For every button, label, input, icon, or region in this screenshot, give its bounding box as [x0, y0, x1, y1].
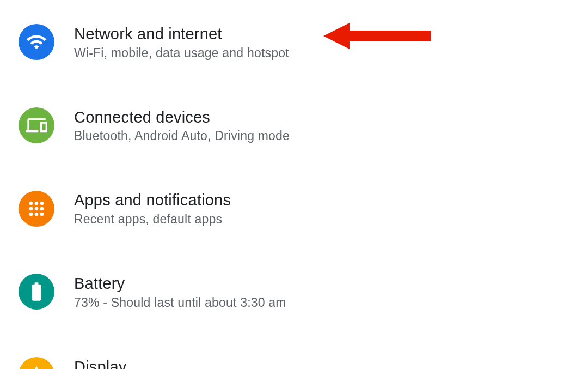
svg-point-2 — [40, 201, 44, 205]
settings-list: Network and internet Wi-Fi, mobile, data… — [0, 0, 588, 369]
svg-point-0 — [29, 201, 33, 205]
settings-item-apps[interactable]: Apps and notifications Recent apps, defa… — [19, 183, 588, 234]
settings-item-display[interactable]: Display Styles, wallpapers, screen timeo… — [19, 349, 588, 369]
item-text: Apps and notifications Recent apps, defa… — [74, 190, 231, 227]
item-subtitle: 73% - Should last until about 3:30 am — [74, 295, 286, 310]
svg-point-3 — [29, 207, 33, 210]
settings-item-network[interactable]: Network and internet Wi-Fi, mobile, data… — [19, 16, 588, 68]
item-text: Network and internet Wi-Fi, mobile, data… — [74, 24, 289, 61]
apps-icon — [19, 191, 54, 227]
svg-point-8 — [40, 212, 44, 216]
item-subtitle: Bluetooth, Android Auto, Driving mode — [74, 129, 290, 143]
item-text: Display Styles, wallpapers, screen timeo… — [74, 357, 322, 369]
svg-point-5 — [40, 207, 44, 210]
item-title: Display — [74, 357, 322, 369]
item-subtitle: Wi-Fi, mobile, data usage and hotspot — [74, 46, 289, 61]
item-title: Battery — [74, 274, 286, 294]
devices-icon — [19, 107, 54, 143]
svg-point-7 — [35, 212, 39, 216]
item-title: Network and internet — [74, 24, 289, 45]
wifi-icon — [19, 24, 54, 60]
svg-point-4 — [35, 207, 39, 210]
battery-icon — [19, 274, 54, 310]
settings-item-connected-devices[interactable]: Connected devices Bluetooth, Android Aut… — [19, 100, 588, 152]
item-text: Connected devices Bluetooth, Android Aut… — [74, 107, 290, 144]
item-text: Battery 73% - Should last until about 3:… — [74, 274, 286, 310]
item-subtitle: Recent apps, default apps — [74, 212, 231, 227]
item-title: Apps and notifications — [74, 190, 231, 211]
svg-point-6 — [29, 212, 33, 216]
item-title: Connected devices — [74, 107, 290, 128]
svg-point-1 — [35, 201, 39, 205]
settings-item-battery[interactable]: Battery 73% - Should last until about 3:… — [19, 266, 588, 318]
display-icon — [19, 357, 54, 369]
